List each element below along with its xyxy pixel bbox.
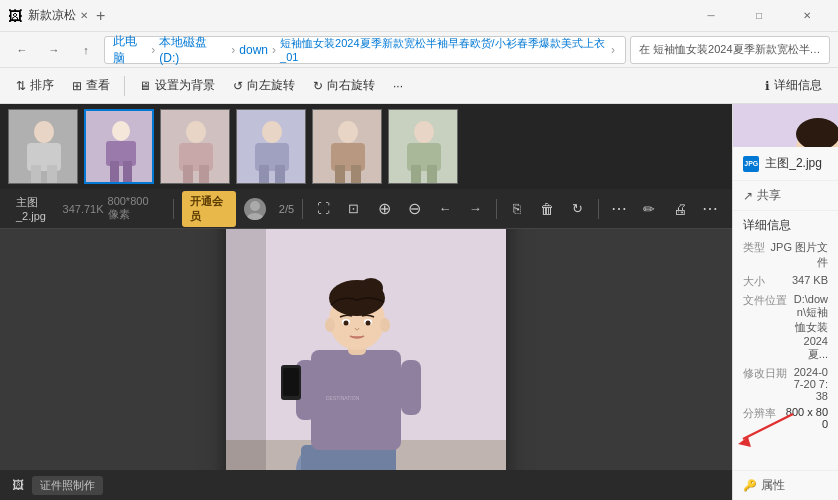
vsep2 <box>302 199 303 219</box>
bc-down[interactable]: down <box>239 43 268 57</box>
svg-point-16 <box>262 121 282 143</box>
status-cert[interactable]: 证件照制作 <box>32 476 103 495</box>
status-icon: 🖼 <box>12 478 24 492</box>
sort-icon: ⇅ <box>16 79 26 93</box>
viewer-toolbar: 主图_2.jpg 347.71K 800*800像素 开通会员 2/5 ⛶ ⊡ … <box>0 189 732 229</box>
delete-btn[interactable]: 🗑 <box>535 195 559 223</box>
viewer-status: 🖼 证件照制作 <box>0 470 732 500</box>
svg-point-21 <box>338 121 358 143</box>
svg-line-62 <box>743 414 793 439</box>
close-button[interactable]: ✕ <box>784 0 830 32</box>
svg-rect-9 <box>123 161 132 183</box>
main-image: DESTINATION <box>226 229 506 470</box>
file-name-label: 主图_2.jpg <box>765 155 822 172</box>
up-button[interactable]: ↑ <box>72 36 100 64</box>
rotate-btn[interactable]: ↻ <box>565 195 589 223</box>
svg-point-11 <box>186 121 206 143</box>
bc-folder[interactable]: 短袖恤女装2024夏季新款宽松半袖早春欧货/小衫春季爆款美式上衣_01 <box>280 36 607 63</box>
next-btn[interactable]: → <box>463 195 487 223</box>
thumbnail-3[interactable] <box>160 109 230 184</box>
title-bar-tab-close[interactable]: ✕ <box>80 10 88 21</box>
address-bar: ← → ↑ 此电脑 › 本地磁盘 (D:) › down › 短袖恤女装2024… <box>0 32 838 68</box>
property-icon: 🔑 <box>743 479 757 492</box>
copy-btn[interactable]: ⎘ <box>504 195 528 223</box>
svg-rect-29 <box>427 165 437 183</box>
set-bg-icon: 🖥 <box>139 79 151 93</box>
search-text: 在 短袖恤女装2024夏季新款宽松半袖早春欧货/小衫春季爆款 <box>639 42 821 57</box>
thumbnails-strip <box>0 104 732 189</box>
property-section[interactable]: 🔑 属性 <box>733 470 838 500</box>
status-left: 🖼 证件照制作 <box>12 476 103 495</box>
arrow-container <box>743 434 828 464</box>
thumbnail-4[interactable] <box>236 109 306 184</box>
title-bar-icon: 🖼 <box>8 8 22 24</box>
bc-disk[interactable]: 本地磁盘 (D:) <box>159 34 227 65</box>
thumbnail-5[interactable] <box>312 109 382 184</box>
right-panel: JPG 主图_2.jpg ↗ 共享 详细信息 类型 JPG 图片文件 大小 34… <box>732 104 838 500</box>
svg-rect-8 <box>110 161 119 183</box>
svg-point-1 <box>34 121 54 143</box>
property-label: 属性 <box>761 477 785 494</box>
file-type-icon: JPG <box>743 156 759 172</box>
window-controls: ─ □ ✕ <box>688 0 830 32</box>
title-bar-new-tab[interactable]: + <box>96 7 105 25</box>
svg-point-31 <box>246 213 264 220</box>
back-button[interactable]: ← <box>8 36 36 64</box>
thumbnail-2[interactable] <box>84 109 154 184</box>
set-bg-button[interactable]: 🖥 设置为背景 <box>131 72 223 100</box>
view-button[interactable]: ⊞ 查看 <box>64 72 118 100</box>
svg-point-26 <box>414 121 434 143</box>
svg-point-53 <box>325 318 335 332</box>
image-area: DESTINATION <box>0 229 732 470</box>
svg-text:DESTINATION: DESTINATION <box>326 395 360 401</box>
filename-label: 主图_2.jpg 347.71K 800*800像素 <box>10 195 165 223</box>
avatar-btn[interactable] <box>242 195 266 223</box>
view-more-btn[interactable]: ⋯ <box>607 195 631 223</box>
vip-button[interactable]: 开通会员 <box>182 191 236 227</box>
print-btn[interactable]: 🖨 <box>668 195 692 223</box>
sort-button[interactable]: ⇅ 排序 <box>8 72 62 100</box>
vsep4 <box>598 199 599 219</box>
viewer-panel: 主图_2.jpg 347.71K 800*800像素 开通会员 2/5 ⛶ ⊡ … <box>0 104 732 500</box>
search-box[interactable]: 在 短袖恤女装2024夏季新款宽松半袖早春欧货/小衫春季爆款 <box>630 36 830 64</box>
svg-rect-35 <box>226 229 266 470</box>
share-section[interactable]: ↗ 共享 <box>733 181 838 211</box>
share-btn[interactable]: ⋯ <box>698 195 722 223</box>
thumbnail-1[interactable] <box>8 109 78 184</box>
svg-point-6 <box>112 121 130 141</box>
prev-btn[interactable]: ← <box>433 195 457 223</box>
breadcrumb[interactable]: 此电脑 › 本地磁盘 (D:) › down › 短袖恤女装2024夏季新款宽松… <box>104 36 626 64</box>
details-title: 详细信息 <box>743 217 828 234</box>
details-button[interactable]: ℹ 详细信息 <box>757 72 830 100</box>
thumbnail-6[interactable] <box>388 109 458 184</box>
svg-rect-28 <box>411 165 421 183</box>
counter-display: 2/5 <box>279 203 294 215</box>
svg-rect-42 <box>283 368 299 396</box>
svg-rect-24 <box>351 165 361 183</box>
fit-btn[interactable]: ⊡ <box>341 195 365 223</box>
more-options-button[interactable]: ··· <box>385 72 411 100</box>
maximize-button[interactable]: □ <box>736 0 782 32</box>
rotate-left-button[interactable]: ↺ 向左旋转 <box>225 72 303 100</box>
view-icon: ⊞ <box>72 79 82 93</box>
rotate-right-button[interactable]: ↻ 向右旋转 <box>305 72 383 100</box>
svg-point-51 <box>344 320 349 325</box>
zoom-out-btn[interactable]: ⊖ <box>402 195 426 223</box>
svg-point-30 <box>250 201 260 211</box>
forward-button[interactable]: → <box>40 36 68 64</box>
edit-btn[interactable]: ✏ <box>637 195 661 223</box>
share-icon: ↗ <box>743 189 753 203</box>
minimize-button[interactable]: ─ <box>688 0 734 32</box>
svg-rect-18 <box>259 165 269 183</box>
detail-location: 文件位置 D:\down\短袖恤女装2024夏... <box>743 293 828 362</box>
svg-rect-3 <box>31 165 41 183</box>
zoom-in-btn[interactable]: ⊕ <box>372 195 396 223</box>
detail-size: 大小 347 KB <box>743 274 828 289</box>
rotate-left-icon: ↺ <box>233 79 243 93</box>
bc-thispc[interactable]: 此电脑 <box>113 33 147 67</box>
svg-rect-14 <box>199 165 209 183</box>
image-container: DESTINATION <box>226 229 506 470</box>
svg-rect-19 <box>275 165 285 183</box>
details-section: 详细信息 类型 JPG 图片文件 大小 347 KB 文件位置 D:\down\… <box>733 211 838 470</box>
fullscreen-btn[interactable]: ⛶ <box>311 195 335 223</box>
